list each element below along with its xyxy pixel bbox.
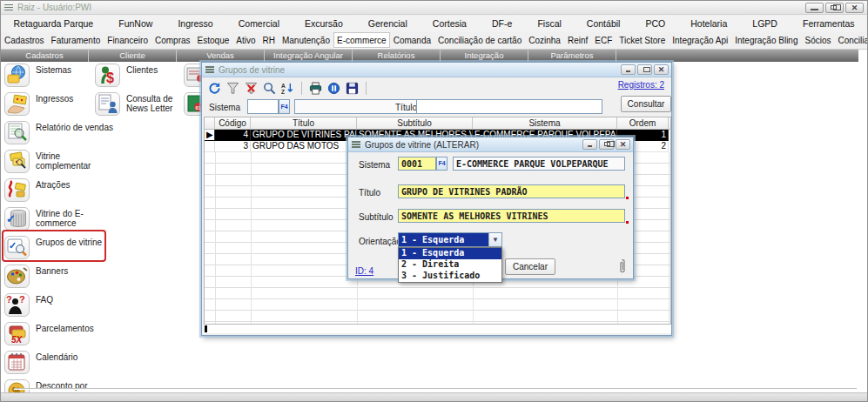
grid-header-subtitulo[interactable]: Subtítulo bbox=[357, 117, 473, 129]
submenu-tab[interactable]: Ativo bbox=[232, 32, 259, 49]
section-tab[interactable]: Vendas bbox=[177, 50, 265, 62]
minimize-button[interactable] bbox=[621, 64, 636, 75]
submenu-tab-active[interactable]: E-commerce bbox=[333, 32, 390, 49]
submenu-tab[interactable]: ECF bbox=[591, 32, 616, 49]
sidebar-item-relatorio-vendas[interactable]: Relatório de vendas bbox=[4, 121, 113, 144]
sidebar-item-vitrine-ecommerce[interactable]: ✓ Vitrine do E-commerce bbox=[4, 207, 116, 231]
grid-bottom-strip[interactable] bbox=[204, 325, 671, 333]
submenu-tab[interactable]: Comanda bbox=[390, 32, 434, 49]
submenu-tab[interactable]: Compras bbox=[151, 32, 194, 49]
module-tab[interactable]: Fiscal bbox=[525, 15, 574, 32]
titulo-field[interactable]: GRUPO DE VITRINES PADRÃO bbox=[398, 184, 625, 198]
restore-button[interactable] bbox=[599, 139, 614, 150]
sistema-lookup-button[interactable]: F4 bbox=[279, 99, 290, 114]
minimize-button[interactable] bbox=[582, 139, 597, 150]
window-menu-icon[interactable] bbox=[205, 65, 214, 75]
grid-header-sistema[interactable]: Sistema bbox=[473, 117, 617, 129]
minimize-button[interactable] bbox=[805, 3, 824, 13]
sidebar-item-atracoes[interactable]: Atrações bbox=[4, 178, 70, 202]
module-tab[interactable]: Gerencial bbox=[355, 15, 420, 32]
module-tab[interactable]: Excursão bbox=[293, 15, 356, 32]
section-tab[interactable]: Cadastros bbox=[1, 50, 89, 62]
submenu-tab[interactable]: Conciliação de venda bbox=[835, 32, 868, 49]
section-tab[interactable]: Parâmetros bbox=[528, 50, 616, 62]
module-tab[interactable]: LGPD bbox=[740, 15, 791, 32]
save-icon[interactable] bbox=[345, 81, 360, 96]
close-button[interactable]: ✕ bbox=[616, 139, 630, 150]
maximize-button[interactable] bbox=[637, 64, 652, 75]
module-tab[interactable]: Contábil bbox=[574, 15, 633, 32]
sidebar-item-faq[interactable]: ?? FAQ bbox=[4, 293, 53, 317]
sistema-code-input[interactable] bbox=[247, 99, 279, 114]
close-button[interactable]: ✕ bbox=[654, 64, 669, 75]
submenu-tab[interactable]: Integração Api bbox=[669, 32, 731, 49]
submenu-tab[interactable]: Faturamento bbox=[48, 32, 104, 49]
search-icon[interactable] bbox=[262, 81, 277, 96]
sidebar-item-consulta-newsletter[interactable]: Consulta de News Letter bbox=[95, 92, 187, 116]
sort-icon[interactable]: AZ bbox=[280, 81, 295, 96]
sidebar-item-banners[interactable]: Banners bbox=[4, 265, 68, 288]
sidebar-item-ingressos[interactable]: Ingressos bbox=[4, 92, 73, 116]
dropdown-option[interactable]: 2 - Direita bbox=[399, 259, 501, 271]
close-button[interactable]: ✕ bbox=[845, 3, 864, 13]
grupos-window-titlebar[interactable]: Grupos de vitrine ✕ bbox=[202, 63, 671, 77]
section-tab[interactable]: Integração bbox=[441, 50, 528, 62]
cancelar-button[interactable]: Cancelar bbox=[505, 258, 555, 275]
registros-link[interactable]: Registros: 2 bbox=[618, 80, 664, 90]
module-tab[interactable]: Comercial bbox=[225, 15, 292, 32]
submenu-tab[interactable]: Manutenção bbox=[279, 32, 333, 49]
subtitulo-field[interactable]: SOMENTE AS MELHORES VITRINES bbox=[398, 209, 625, 223]
section-tab[interactable]: Integração Angular bbox=[265, 50, 353, 62]
sidebar-item-clientes[interactable]: $ Clientes bbox=[95, 64, 158, 87]
submenu-tab[interactable]: Cadastros bbox=[1, 32, 48, 49]
submenu-tab[interactable]: Estoque bbox=[194, 32, 233, 49]
grid-header-codigo[interactable]: Código bbox=[215, 117, 251, 129]
sidebar-item-parcelamentos[interactable]: 5X Parcelamentos bbox=[4, 322, 94, 345]
submenu-tab[interactable]: Integração Bling bbox=[731, 32, 801, 49]
sidebar-item-vitrine-complementar[interactable]: Vitrine complementar bbox=[4, 150, 116, 173]
orientacao-combobox[interactable]: 1 - Esquerda ▼ bbox=[398, 232, 502, 247]
grid-header-ordem[interactable]: Ordem bbox=[617, 117, 669, 129]
submenu-tab[interactable]: Conciliação de cartão bbox=[434, 32, 525, 49]
chevron-down-icon[interactable]: ▼ bbox=[488, 233, 501, 246]
module-tab[interactable]: Hotelaria bbox=[678, 15, 740, 32]
dropdown-option[interactable]: 3 - Justificado bbox=[399, 271, 501, 282]
submenu-tab[interactable]: Ticket Store bbox=[616, 32, 669, 49]
dialog-titlebar[interactable]: Grupos de vitrine (ALTERAR) ✕ bbox=[348, 137, 633, 152]
print-icon[interactable] bbox=[308, 81, 323, 96]
toolbar: AZ bbox=[204, 79, 369, 97]
globe-icon[interactable] bbox=[326, 81, 341, 96]
sidebar-item-sistemas[interactable]: Sistemas bbox=[4, 64, 71, 87]
module-tab[interactable]: Cortesia bbox=[420, 15, 479, 32]
module-tab[interactable]: Ingresso bbox=[165, 15, 225, 32]
grid-header-titulo[interactable]: Título bbox=[251, 117, 357, 129]
dropdown-option-selected[interactable]: 1 - Esquerda bbox=[399, 248, 501, 259]
submenu-tab[interactable]: Cozinha bbox=[525, 32, 564, 49]
restore-button[interactable] bbox=[825, 3, 844, 13]
submenu-tab[interactable]: RH bbox=[259, 32, 279, 49]
clear-filter-icon[interactable] bbox=[244, 81, 259, 96]
section-tab[interactable]: Relatórios bbox=[353, 50, 441, 62]
module-tab[interactable]: FunNow bbox=[106, 15, 165, 32]
sistema-lookup-button[interactable]: F4 bbox=[436, 157, 447, 171]
app-menu-icon[interactable] bbox=[4, 3, 13, 12]
filter-icon[interactable] bbox=[225, 81, 240, 96]
id-link[interactable]: ID: 4 bbox=[355, 266, 373, 276]
module-tab[interactable]: PCO bbox=[633, 15, 678, 32]
section-tab[interactable]: Cliente bbox=[89, 50, 177, 62]
titulo-input[interactable] bbox=[416, 99, 602, 114]
submenu-tab[interactable]: Sócios bbox=[801, 32, 834, 49]
dialog-menu-icon[interactable] bbox=[352, 140, 360, 150]
module-tab[interactable]: DF-e bbox=[479, 15, 524, 32]
module-tab[interactable]: Retaguarda Parque bbox=[1, 15, 106, 32]
refresh-icon[interactable] bbox=[207, 81, 222, 96]
sidebar-item-grupos-vitrine[interactable]: ✓ Grupos de vitrine bbox=[4, 236, 102, 259]
sistema-code-field[interactable]: 0001 bbox=[398, 157, 436, 171]
vitrine-complementar-icon bbox=[4, 150, 30, 173]
sidebar-item-calendario[interactable]: Calendário bbox=[4, 351, 77, 374]
submenu-tab[interactable]: Financeiro bbox=[104, 32, 151, 49]
module-tab[interactable]: Ferramentas bbox=[790, 15, 867, 32]
paperclip-icon[interactable] bbox=[618, 258, 626, 275]
consultar-button[interactable]: Consultar bbox=[621, 96, 671, 112]
submenu-tab[interactable]: Reinf bbox=[564, 32, 591, 49]
